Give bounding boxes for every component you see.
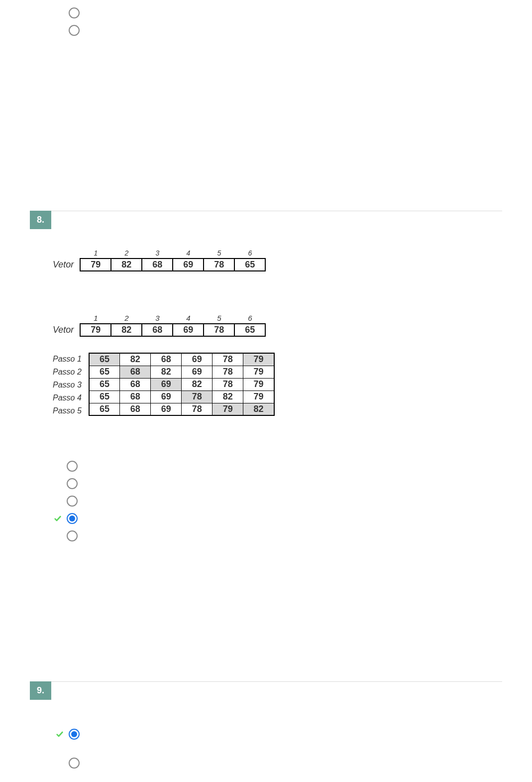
passo-label: Passo 2 [53, 366, 85, 379]
passo-cell: 65 [89, 403, 120, 415]
vetor-cell: 78 [204, 324, 234, 336]
passo-label: Passo 5 [53, 404, 85, 417]
passo-cell: 78 [213, 378, 243, 391]
vetor-cell: 82 [111, 259, 142, 271]
question-separator [30, 211, 502, 211]
passo-cell: 69 [182, 353, 213, 366]
passo-label: Passo 3 [53, 379, 85, 391]
q9-option [55, 778, 502, 782]
q8-option [53, 492, 502, 510]
passo-labels: Passo 1 Passo 2 Passo 3 Passo 4 Passo 5 [53, 353, 85, 417]
passo-table: 65 82 68 69 78 79 65 68 82 69 78 79 65 [89, 353, 275, 416]
passo-cell: 68 [120, 391, 151, 403]
check-icon [55, 730, 65, 738]
vetor-value-row: 79 82 68 69 78 65 [80, 259, 265, 271]
passo-cell: 69 [151, 391, 182, 403]
vetor-cell: 79 [80, 324, 111, 336]
passo-cell: 65 [89, 353, 120, 366]
vetor-cell: 69 [173, 324, 204, 336]
passo-cell: 78 [182, 391, 213, 403]
question-number-badge: 8. [30, 211, 51, 229]
vetor-cell: 68 [142, 324, 173, 336]
q9-option [55, 720, 502, 749]
vetor-cell: 65 [234, 324, 265, 336]
vetor-index: 2 [111, 314, 142, 324]
passo-cell: 78 [213, 366, 243, 378]
vetor-index: 4 [173, 314, 204, 324]
passo-cell: 69 [151, 378, 182, 391]
q8-option-radio[interactable] [67, 496, 78, 507]
q9-option-radio[interactable] [69, 729, 80, 740]
q9-option-list [30, 700, 502, 782]
vetor-index: 1 [80, 314, 111, 324]
vetor-index: 3 [142, 314, 173, 324]
passo-cell: 79 [243, 391, 274, 403]
q8-option [53, 527, 502, 544]
passo-cell: 68 [120, 403, 151, 415]
vetor-table-2: 1 2 3 4 5 6 79 82 68 69 78 65 [80, 314, 266, 337]
vetor-cell: 68 [142, 259, 173, 271]
passo-cell: 68 [120, 378, 151, 391]
passo-cell: 68 [120, 366, 151, 378]
q8-content: Vetor 1 2 3 4 5 6 79 82 68 69 78 65 [30, 229, 502, 544]
q8-option [53, 475, 502, 492]
passo-cell: 82 [120, 353, 151, 366]
passo-label: Passo 1 [53, 353, 85, 366]
q8-option-radio[interactable] [67, 513, 78, 524]
vetor-cell: 69 [173, 259, 204, 271]
vetor-index: 3 [142, 249, 173, 259]
passo-cell: 65 [89, 378, 120, 391]
q9-option [55, 749, 502, 778]
vetor-block-1: Vetor 1 2 3 4 5 6 79 82 68 69 78 65 [53, 249, 502, 271]
vetor-value-row: 79 82 68 69 78 65 [80, 324, 265, 336]
q8-option-radio[interactable] [67, 478, 78, 489]
vetor-cell: 78 [204, 259, 234, 271]
q7-option [55, 21, 502, 39]
vetor-cell: 82 [111, 324, 142, 336]
q8-option-radio[interactable] [67, 530, 78, 541]
passo-cell: 65 [89, 366, 120, 378]
passo-label: Passo 4 [53, 391, 85, 404]
passo-cell: 79 [213, 403, 243, 415]
passo-cell: 65 [89, 391, 120, 403]
passo-cell: 82 [213, 391, 243, 403]
passo-cell: 79 [243, 378, 274, 391]
vetor-label: Vetor [53, 260, 76, 271]
passo-cell: 69 [182, 366, 213, 378]
passo-cell: 69 [151, 403, 182, 415]
passo-cell: 78 [182, 403, 213, 415]
passo-cell: 82 [182, 378, 213, 391]
vetor-index: 5 [204, 249, 234, 259]
passo-cell: 68 [151, 353, 182, 366]
q9-option-radio[interactable] [69, 758, 80, 769]
vetor-cell: 79 [80, 259, 111, 271]
passo-cell: 79 [243, 366, 274, 378]
passo-cell: 82 [151, 366, 182, 378]
q8-option [53, 457, 502, 475]
vetor-index: 1 [80, 249, 111, 259]
q7-option-radio[interactable] [69, 25, 80, 36]
passo-cell: 78 [213, 353, 243, 366]
q7-option-radio[interactable] [69, 7, 80, 18]
vetor-index: 2 [111, 249, 142, 259]
passo-row: 65 68 69 78 82 79 [89, 391, 274, 403]
check-icon [53, 515, 63, 522]
question-number-badge: 9. [30, 681, 51, 700]
vetor-index-row: 1 2 3 4 5 6 [80, 314, 265, 324]
vetor-cell: 65 [234, 259, 265, 271]
passo-cell: 82 [243, 403, 274, 415]
q7-option-list-tail [30, 0, 502, 39]
vetor-index-row: 1 2 3 4 5 6 [80, 249, 265, 259]
vetor-index: 6 [234, 314, 265, 324]
vetor-index: 4 [173, 249, 204, 259]
q7-option [55, 4, 502, 21]
passo-row: 65 68 69 82 78 79 [89, 378, 274, 391]
q8-option-list [53, 457, 502, 544]
passo-row: 65 82 68 69 78 79 [89, 353, 274, 366]
q8-option-radio[interactable] [67, 461, 78, 472]
vetor-index: 5 [204, 314, 234, 324]
q8-option [53, 510, 502, 527]
passo-row: 65 68 82 69 78 79 [89, 366, 274, 378]
passo-row: 65 68 69 78 79 82 [89, 403, 274, 415]
question-separator [30, 681, 502, 682]
